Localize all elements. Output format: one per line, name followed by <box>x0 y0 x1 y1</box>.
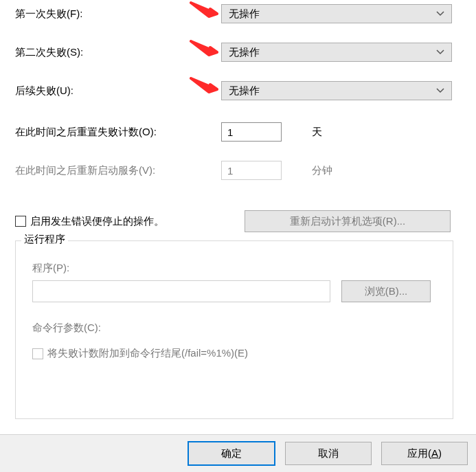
restart-computer-options-label: 重新启动计算机选项(R)... <box>290 215 405 228</box>
restart-service-after-label: 在此时间之后重新启动服务(V): <box>15 164 221 177</box>
first-failure-value: 无操作 <box>222 8 267 21</box>
ok-button-label: 确定 <box>221 447 242 460</box>
cmdline-args-label: 命令行参数(C): <box>32 322 436 335</box>
enable-stop-on-error-checkbox[interactable]: 启用发生错误便停止的操作。 <box>15 215 245 228</box>
chevron-down-icon <box>436 49 444 55</box>
chevron-down-icon <box>436 11 444 16</box>
enable-stop-on-error-label: 启用发生错误便停止的操作。 <box>30 215 164 228</box>
cancel-button[interactable]: 取消 <box>285 442 372 465</box>
reset-fail-count-input[interactable] <box>221 122 282 142</box>
append-fail-count-label: 将失败计数附加到命令行结尾(/fail=%1%)(E) <box>47 347 248 360</box>
subsequent-failure-dropdown[interactable]: 无操作 <box>221 81 452 100</box>
browse-button-label: 浏览(B)... <box>365 285 408 297</box>
append-fail-count-checkbox: 将失败计数附加到命令行结尾(/fail=%1%)(E) <box>32 347 248 360</box>
apply-button[interactable]: 应用(A) <box>381 442 468 465</box>
subsequent-failure-value: 无操作 <box>222 85 267 98</box>
reset-unit-days: 天 <box>312 126 322 139</box>
program-path-input <box>32 280 330 302</box>
checkbox-box-icon <box>15 216 26 227</box>
first-failure-dropdown[interactable]: 无操作 <box>221 4 452 23</box>
reset-fail-count-label: 在此时间之后重置失败计数(O): <box>15 126 221 139</box>
dialog-footer: 确定 取消 应用(A) <box>0 434 476 472</box>
subsequent-failure-label: 后续失败(U): <box>15 85 221 98</box>
service-recovery-dialog: 第一次失败(F): 无操作 第二次失败(S): 无操作 后续失败(U): 无操作 <box>0 0 476 472</box>
restart-service-after-input <box>221 161 282 180</box>
restart-unit-minutes: 分钟 <box>312 164 332 177</box>
browse-button: 浏览(B)... <box>341 280 431 302</box>
second-failure-dropdown[interactable]: 无操作 <box>221 43 452 62</box>
run-program-title: 运行程序 <box>21 233 68 246</box>
ok-button[interactable]: 确定 <box>188 441 275 466</box>
run-program-groupbox: 运行程序 程序(P): 浏览(B)... 命令行参数(C): 将失败计数附加到命… <box>15 240 453 419</box>
program-path-label: 程序(P): <box>32 262 436 275</box>
apply-button-label: 应用(A) <box>407 447 442 460</box>
second-failure-label: 第二次失败(S): <box>15 46 221 59</box>
checkbox-box-icon <box>32 348 43 359</box>
restart-computer-options-button: 重新启动计算机选项(R)... <box>245 210 451 232</box>
cancel-button-label: 取消 <box>318 447 339 460</box>
second-failure-value: 无操作 <box>222 46 267 59</box>
chevron-down-icon <box>436 88 444 93</box>
first-failure-label: 第一次失败(F): <box>15 8 221 21</box>
